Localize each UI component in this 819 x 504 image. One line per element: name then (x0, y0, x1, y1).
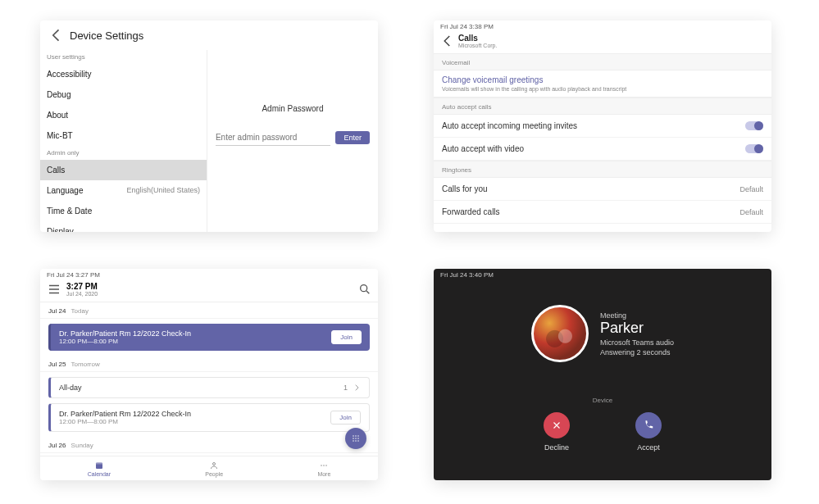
event-today[interactable]: Dr. Parker/Patient Rm 12/2022 Check-In 1… (48, 324, 370, 351)
tab-more[interactable]: More (317, 461, 330, 477)
tab-calendar[interactable]: Calendar (88, 461, 111, 477)
change-voicemail-link[interactable]: Change voicemail greetings (434, 70, 771, 86)
phone-icon (643, 420, 654, 431)
forwarded-calls-value: Default (739, 208, 763, 216)
svg-point-4 (353, 438, 354, 439)
accept-label: Accept (637, 443, 660, 452)
meeting-label: Meeting (600, 311, 674, 320)
admin-password-input[interactable] (216, 129, 331, 146)
bottom-tabbar: Calendar People More (40, 456, 378, 480)
more-icon (319, 461, 329, 470)
day-label-tomorrow: Jul 25 Tomorrow (40, 356, 378, 372)
svg-point-9 (357, 440, 359, 442)
back-icon[interactable] (48, 27, 65, 43)
calendar-panel: Fri Jul 24 3:27 PM 3:27 PM Jul 24, 2020 … (40, 269, 378, 480)
day1-date: Jul 24 (48, 307, 66, 315)
status-bar: Fri Jul 24 3:40 PM (434, 269, 771, 279)
day-label-sunday: Jul 26 Sunday (40, 437, 378, 453)
caller-name: Parker (600, 320, 674, 337)
accept-button[interactable]: Accept (635, 412, 662, 452)
toggle-auto-accept-incoming[interactable] (745, 121, 763, 130)
decline-button[interactable]: Decline (544, 412, 570, 452)
tab-calendar-label: Calendar (88, 471, 111, 477)
settings-list: User settings Accessibility Debug About … (40, 50, 207, 232)
svg-point-14 (324, 465, 325, 466)
decline-label: Decline (544, 443, 569, 452)
answering-status: Answering 2 seconds (600, 348, 674, 356)
settings-title: Device Settings (70, 30, 143, 42)
settings-detail: Admin Password Enter (207, 50, 378, 232)
auto-accept-incoming-label: Auto accept incoming meeting invites (442, 121, 577, 130)
svg-point-2 (355, 435, 357, 437)
day3-date: Jul 26 (48, 442, 66, 449)
chevron-right-icon (353, 384, 361, 392)
caller-avatar (531, 305, 589, 362)
section-auto-accept: Auto accept calls (434, 98, 771, 115)
status-bar: Fri Jul 24 3:38 PM (434, 20, 771, 30)
status-bar: Fri Jul 24 3:27 PM (40, 269, 378, 279)
allday-label: All-day (59, 384, 82, 392)
menu-icon[interactable] (47, 282, 61, 297)
calls-subtitle: Microsoft Corp. (458, 43, 497, 48)
event-allday[interactable]: All-day 1 (48, 377, 370, 398)
tab-people-label: People (205, 471, 223, 477)
dialpad-fab[interactable] (345, 428, 366, 449)
join-button[interactable]: Join (330, 411, 361, 425)
device-settings-panel: Device Settings User settings Accessibil… (40, 20, 378, 232)
item-display[interactable]: Display (40, 221, 207, 232)
event1-time: 12:00 PM—8:00 PM (59, 338, 191, 345)
svg-point-7 (353, 440, 354, 442)
item-mic-bt[interactable]: Mic-BT (40, 125, 207, 146)
svg-point-5 (355, 438, 357, 439)
voicemail-note: Voicemails will show in the calling app … (434, 86, 771, 98)
day-label-today: Jul 24 Today (40, 302, 378, 319)
section-ringtones: Ringtones (434, 161, 771, 178)
header-time: 3:27 PM (66, 282, 98, 291)
item-language[interactable]: Language English(United States) (40, 180, 207, 201)
tab-people[interactable]: People (205, 461, 223, 477)
toggle-auto-accept-video[interactable] (745, 144, 763, 153)
day3-dow: Sunday (71, 442, 93, 449)
settings-header: Device Settings (40, 20, 378, 50)
auto-accept-video-label: Auto accept with video (442, 144, 524, 153)
svg-point-15 (326, 465, 328, 466)
day1-dow: Today (71, 307, 89, 315)
event2-title: Dr. Parker/Patient Rm 12/2022 Check-In (59, 410, 191, 418)
item-calls[interactable]: Calls (40, 160, 207, 180)
allday-count: 1 (344, 384, 348, 392)
group-admin-only: Admin only (40, 146, 207, 160)
item-language-label: Language (47, 186, 84, 195)
item-accessibility[interactable]: Accessibility (40, 64, 207, 84)
svg-point-8 (355, 440, 357, 442)
close-icon (551, 420, 562, 431)
section-voicemail: Voicemail (434, 53, 771, 70)
svg-rect-11 (96, 462, 102, 464)
back-icon[interactable] (440, 34, 455, 48)
search-icon[interactable] (358, 283, 371, 296)
calendar-icon (94, 461, 104, 470)
forwarded-calls-label: Forwarded calls (442, 207, 500, 216)
day2-dow: Tomorrow (71, 361, 100, 368)
svg-point-6 (357, 438, 359, 439)
svg-point-0 (361, 285, 367, 292)
day2-date: Jul 25 (48, 361, 66, 368)
item-time-date[interactable]: Time & Date (40, 201, 207, 221)
row-calls-for-you[interactable]: Calls for you Default (434, 178, 771, 201)
svg-point-3 (357, 435, 359, 437)
event-tomorrow[interactable]: Dr. Parker/Patient Rm 12/2022 Check-In 1… (48, 403, 370, 432)
row-forwarded-calls[interactable]: Forwarded calls Default (434, 201, 771, 224)
calls-for-you-value: Default (739, 185, 763, 193)
event1-title: Dr. Parker/Patient Rm 12/2022 Check-In (59, 329, 191, 338)
header-date: Jul 24, 2020 (66, 291, 98, 297)
svg-point-13 (321, 465, 323, 466)
item-about[interactable]: About (40, 105, 207, 125)
join-button[interactable]: Join (331, 330, 362, 344)
calls-title: Calls (458, 34, 497, 43)
svg-point-12 (213, 462, 216, 465)
enter-button[interactable]: Enter (335, 131, 370, 144)
event2-time: 12:00 PM—8:00 PM (59, 418, 191, 425)
item-debug[interactable]: Debug (40, 84, 207, 105)
dialpad-icon (351, 434, 361, 443)
calls-settings-panel: Fri Jul 24 3:38 PM Calls Microsoft Corp.… (434, 20, 771, 232)
group-user-settings: User settings (40, 50, 207, 64)
